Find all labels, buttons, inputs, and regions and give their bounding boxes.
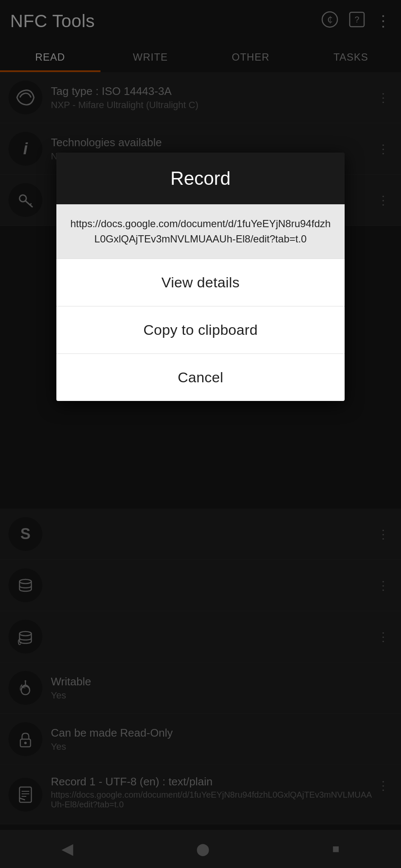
view-details-button[interactable]: View details	[56, 259, 345, 306]
dialog-overlay: Record https://docs.google.com/document/…	[0, 0, 401, 868]
dialog-title: Record	[170, 168, 231, 189]
copy-clipboard-button[interactable]: Copy to clipboard	[56, 306, 345, 353]
dialog-url-text: https://docs.google.com/document/d/1fuYe…	[70, 218, 331, 245]
dialog-url-area: https://docs.google.com/document/d/1fuYe…	[56, 204, 345, 259]
cancel-button[interactable]: Cancel	[56, 353, 345, 401]
record-dialog: Record https://docs.google.com/document/…	[56, 153, 345, 401]
dialog-title-bar: Record	[56, 153, 345, 204]
